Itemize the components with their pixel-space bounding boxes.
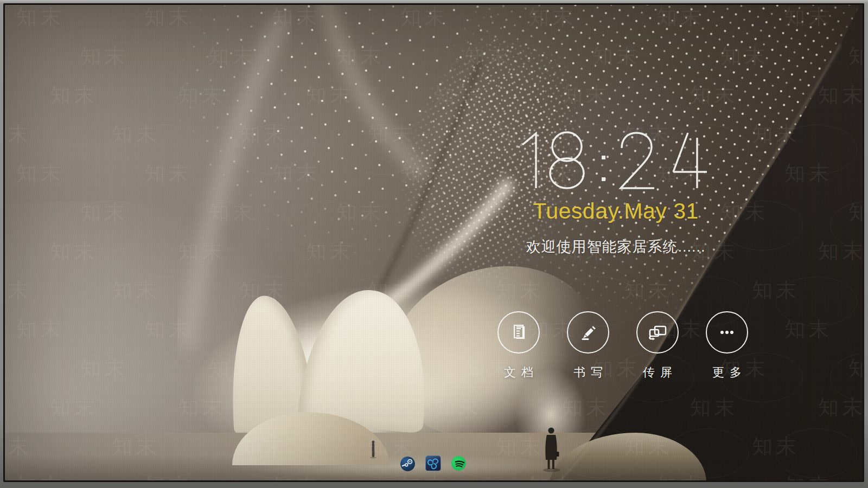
screen: 18:24 Tuesday.May 31 欢迎使用智能家居系统...... 文档 [3,3,864,482]
screen-scanline-texture [3,3,864,482]
display-panel-bezel: 18:24 Tuesday.May 31 欢迎使用智能家居系统...... 文档 [0,0,868,488]
